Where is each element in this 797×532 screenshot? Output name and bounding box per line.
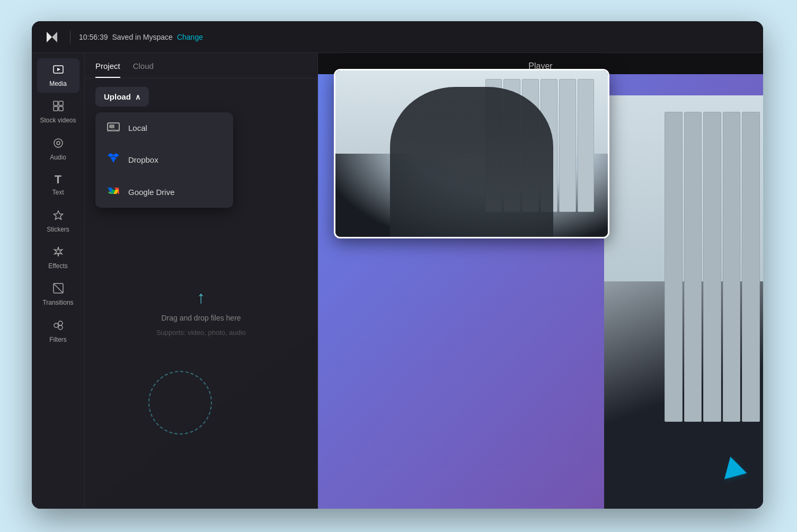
svg-rect-5: [59, 107, 63, 111]
person-silhouette: [390, 87, 553, 237]
main-layout: Media Stock videos: [32, 53, 763, 509]
sidebar-label-text: Text: [52, 189, 64, 196]
stickers-icon: [52, 209, 64, 223]
garage-door-3: [703, 112, 721, 422]
sidebar-label-audio: Audio: [50, 154, 66, 161]
zoom-card-inner: [335, 70, 608, 237]
sidebar-item-stickers[interactable]: Stickers: [37, 204, 79, 238]
left-panel: Project Cloud Upload ∧: [85, 53, 318, 509]
dropbox-icon: [106, 152, 121, 167]
upload-chevron: ∧: [135, 93, 140, 101]
sidebar-item-filters[interactable]: Filters: [37, 314, 79, 349]
sidebar-label-media: Media: [49, 80, 67, 87]
sidebar-label-stock: Stock videos: [40, 117, 76, 124]
dropdown-item-dropbox[interactable]: Dropbox: [95, 143, 233, 176]
garage-door-5: [742, 112, 760, 422]
sidebar-label-effects: Effects: [48, 262, 67, 270]
googledrive-icon: [106, 184, 121, 199]
tab-bar: Project Cloud: [85, 53, 317, 78]
topbar-divider: [70, 31, 70, 43]
sidebar-item-text[interactable]: T Text: [37, 169, 79, 201]
topbar-info: 10:56:39 Saved in Myspace Change: [79, 33, 203, 41]
text-icon: T: [55, 174, 61, 185]
sidebar-item-audio[interactable]: Audio: [37, 132, 79, 166]
svg-rect-3: [59, 101, 63, 105]
topbar: 10:56:39 Saved in Myspace Change: [32, 21, 763, 53]
upload-label: Upload: [104, 92, 131, 101]
stock-videos-icon: [52, 100, 64, 113]
saved-status: Saved in Myspace: [112, 33, 173, 41]
svg-point-10: [54, 323, 58, 327]
timestamp: 10:56:39: [79, 33, 108, 41]
garage-door-1: [665, 112, 683, 422]
sidebar-label-filters: Filters: [49, 336, 67, 343]
card-garage-door-6: [578, 79, 595, 212]
dropbox-label: Dropbox: [128, 155, 158, 164]
sidebar-label-transitions: Transitions: [42, 299, 73, 306]
change-link[interactable]: Change: [177, 33, 203, 41]
zoom-card: [334, 69, 609, 238]
effects-icon: [52, 246, 64, 259]
garage-door-2: [684, 112, 702, 422]
dashed-circle: [148, 371, 212, 435]
app-container: 10:56:39 Saved in Myspace Change Media: [32, 21, 763, 509]
svg-point-6: [54, 139, 63, 147]
svg-line-9: [54, 283, 63, 293]
sidebar-item-stock-videos[interactable]: Stock videos: [37, 95, 79, 129]
upload-button[interactable]: Upload ∧: [95, 87, 149, 107]
drop-supports: Supports: video, photo, audio: [156, 329, 246, 336]
drop-arrow-icon: ↑: [197, 288, 206, 307]
sidebar-item-effects[interactable]: Effects: [37, 241, 79, 275]
content-area: Project Cloud Upload ∧: [85, 53, 763, 509]
googledrive-label: Google Drive: [128, 188, 175, 197]
filters-icon: [52, 320, 64, 333]
svg-rect-14: [109, 125, 114, 128]
card-garage-door-5: [559, 79, 576, 212]
garage-door-4: [723, 112, 741, 422]
local-label: Local: [128, 123, 147, 132]
drop-text: Drag and drop files here: [161, 314, 241, 322]
app-logo: [42, 28, 61, 47]
svg-rect-4: [54, 107, 58, 111]
sidebar-item-transitions[interactable]: Transitions: [37, 277, 79, 312]
tab-project[interactable]: Project: [95, 61, 120, 78]
svg-point-12: [58, 325, 63, 330]
player-area: Player: [318, 53, 763, 509]
tab-cloud[interactable]: Cloud: [133, 61, 154, 78]
svg-point-11: [58, 321, 63, 325]
media-icon: [52, 64, 64, 77]
svg-point-7: [57, 141, 60, 145]
right-photo: [604, 95, 763, 509]
audio-icon: [52, 137, 64, 150]
sidebar-label-stickers: Stickers: [47, 226, 69, 233]
local-icon: [106, 121, 121, 135]
upload-dropdown: Local Dropbox: [95, 112, 233, 208]
dropdown-item-local[interactable]: Local: [95, 112, 233, 143]
sidebar-item-media[interactable]: Media: [37, 58, 79, 93]
svg-rect-2: [54, 101, 58, 105]
sidebar: Media Stock videos: [32, 53, 85, 509]
svg-marker-1: [57, 68, 60, 71]
dropdown-item-googledrive[interactable]: Google Drive: [95, 176, 233, 208]
transitions-icon: [52, 282, 64, 296]
svg-rect-16: [111, 129, 116, 130]
right-garage-doors: [665, 112, 760, 422]
svg-rect-15: [107, 130, 120, 131]
upload-section: Upload ∧: [85, 78, 317, 115]
